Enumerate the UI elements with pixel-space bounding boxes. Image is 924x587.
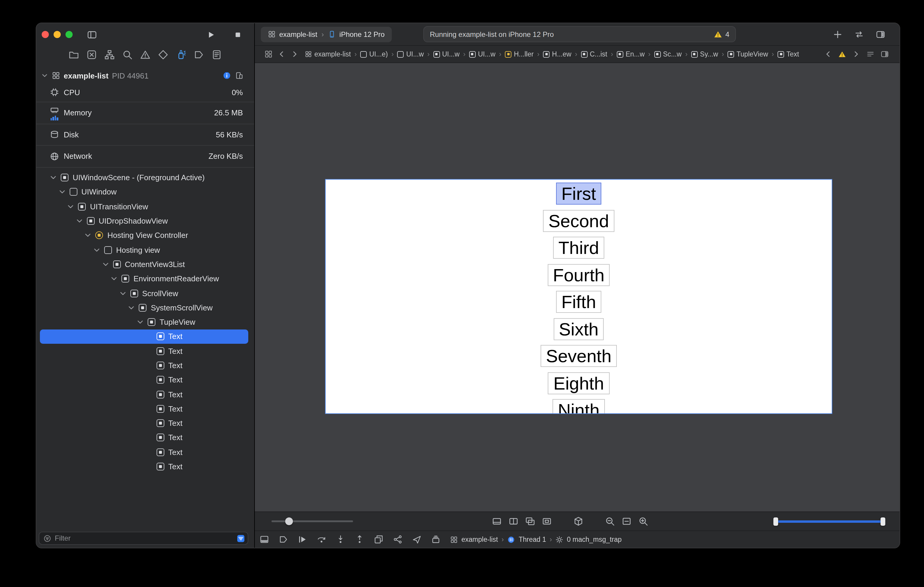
disclosure-chevron-icon[interactable]: [128, 304, 135, 312]
breadcrumb-h-ller[interactable]: H...ller: [505, 51, 533, 58]
project-navigator-icon[interactable]: [68, 49, 79, 60]
stop-button[interactable]: [233, 30, 242, 39]
disclosure-chevron-icon[interactable]: [110, 275, 118, 283]
zoom-to-fit-icon[interactable]: [622, 516, 632, 526]
breakpoints-toggle-icon[interactable]: [279, 534, 288, 544]
depth-range-left-handle[interactable]: [773, 517, 778, 525]
app-window-snapshot[interactable]: FirstSecondThirdFourthFifthSixthSeventhE…: [325, 179, 832, 414]
tree-row-hosting-view[interactable]: Hosting view: [36, 243, 254, 257]
tree-row-text[interactable]: Text: [36, 373, 254, 387]
breadcrumb-h-ew[interactable]: H...ew: [543, 51, 571, 58]
show-clipped-content-icon[interactable]: [492, 516, 502, 526]
test-navigator-icon[interactable]: [158, 49, 168, 60]
breadcrumb-text[interactable]: Text: [777, 51, 799, 58]
minimize-window-button[interactable]: [54, 31, 61, 38]
tree-row-hosting-view-controller[interactable]: Hosting View Controller: [36, 228, 254, 243]
show-alignment-rects-icon[interactable]: [525, 516, 535, 526]
tree-row-text[interactable]: Text: [36, 358, 254, 373]
breadcrumb-ui-w[interactable]: UI...w: [433, 51, 460, 58]
disclosure-chevron-icon[interactable]: [93, 246, 101, 254]
tree-row-text[interactable]: Text: [36, 387, 254, 402]
next-issue-icon[interactable]: [852, 50, 860, 58]
tree-row-uiwindowscene-foreground-active[interactable]: UIWindowScene - (Foreground Active): [36, 170, 254, 185]
info-icon[interactable]: [223, 71, 231, 80]
active-tab[interactable]: example-list › iPhone 12 Pro: [261, 26, 392, 42]
find-navigator-icon[interactable]: [122, 49, 133, 60]
breadcrumb-tupleview[interactable]: TupleView: [728, 51, 768, 58]
tree-row-tupleview[interactable]: TupleView: [36, 315, 254, 329]
disclosure-chevron-icon[interactable]: [76, 217, 83, 225]
zoom-window-button[interactable]: [66, 31, 73, 38]
editor-layout-icon[interactable]: [854, 30, 864, 39]
tree-row-systemscrollview[interactable]: SystemScrollView: [36, 300, 254, 315]
hide-debug-area-icon[interactable]: [259, 534, 269, 544]
list-view-icon[interactable]: [866, 50, 874, 58]
zoom-out-icon[interactable]: [605, 516, 615, 526]
orient-3d-icon[interactable]: [573, 516, 584, 526]
issue-warning-icon[interactable]: [838, 50, 846, 58]
source-control-navigator-icon[interactable]: [86, 49, 97, 60]
tree-row-uidropshadowview[interactable]: UIDropShadowView: [36, 214, 254, 229]
tree-row-contentview3list[interactable]: ContentView3List: [36, 257, 254, 272]
toggle-navigator-icon[interactable]: [87, 30, 97, 39]
stack-frames-icon[interactable]: [431, 534, 441, 544]
spacing-slider[interactable]: [272, 512, 353, 531]
gauge-cpu[interactable]: CPU0%: [36, 83, 254, 102]
debug-thread-label[interactable]: Thread 1: [518, 536, 546, 543]
debug-memory-graph-icon[interactable]: [393, 534, 403, 544]
gauge-network[interactable]: NetworkZero KB/s: [36, 146, 254, 168]
gauge-memory[interactable]: Memory26.5 MB: [36, 102, 254, 124]
back-icon[interactable]: [277, 50, 286, 58]
debug-view-hierarchy-icon[interactable]: [374, 534, 383, 544]
breadcrumb-c-ist[interactable]: C...ist: [581, 51, 607, 58]
spacing-slider-track[interactable]: [272, 520, 353, 522]
zoom-in-icon[interactable]: [638, 516, 648, 526]
app-list-item-fifth[interactable]: Fifth: [556, 291, 602, 313]
continue-execution-icon[interactable]: [298, 534, 307, 544]
disclosure-chevron-icon[interactable]: [136, 318, 144, 326]
show-view-frames-icon[interactable]: [508, 516, 518, 526]
related-items-icon[interactable]: [264, 50, 273, 58]
show-constraints-icon[interactable]: [542, 516, 552, 526]
disclosure-chevron-icon[interactable]: [58, 188, 66, 196]
previous-issue-icon[interactable]: [824, 50, 832, 58]
chevron-down-icon[interactable]: [41, 72, 48, 79]
app-list-item-ninth[interactable]: Ninth: [553, 399, 605, 414]
close-window-button[interactable]: [42, 31, 49, 38]
tree-row-environmentreaderview[interactable]: EnvironmentReaderView: [36, 271, 254, 286]
tree-row-scrollview[interactable]: ScrollView: [36, 286, 254, 301]
issue-navigator-icon[interactable]: [140, 49, 151, 60]
filter-input[interactable]: Filter: [39, 532, 248, 545]
step-into-icon[interactable]: [336, 534, 345, 544]
step-out-icon[interactable]: [355, 534, 365, 544]
tree-row-text[interactable]: Text: [36, 431, 254, 445]
disclosure-chevron-icon[interactable]: [84, 232, 92, 239]
breadcrumb-ui-w[interactable]: UI...w: [398, 51, 424, 58]
inspectors-toggle-icon[interactable]: [876, 30, 885, 39]
debug-canvas[interactable]: FirstSecondThirdFourthFifthSixthSeventhE…: [255, 63, 899, 512]
breakpoint-navigator-icon[interactable]: [193, 49, 204, 60]
disclosure-chevron-icon[interactable]: [119, 289, 127, 297]
warning-icon[interactable]: [714, 30, 723, 38]
tree-row-text[interactable]: Text: [36, 416, 254, 431]
step-over-icon[interactable]: [317, 534, 326, 544]
disclosure-chevron-icon[interactable]: [50, 174, 57, 181]
tree-row-uiwindow[interactable]: UIWindow: [36, 185, 254, 199]
add-editor-plus-icon[interactable]: [833, 30, 842, 39]
debug-process-label[interactable]: example-list: [461, 536, 498, 543]
app-list-item-first[interactable]: First: [556, 183, 602, 205]
warning-count[interactable]: 4: [726, 30, 729, 38]
process-row[interactable]: example-list PID 44961: [36, 68, 254, 83]
debug-navigator-icon[interactable]: [176, 49, 186, 60]
breadcrumb-sc-w[interactable]: Sc...w: [654, 51, 682, 58]
simulate-location-icon[interactable]: [412, 534, 421, 544]
depth-range-right-handle[interactable]: [881, 517, 885, 525]
depth-range-track[interactable]: [773, 520, 885, 523]
breadcrumb-ui-e[interactable]: UI...e): [360, 51, 388, 58]
tree-row-text[interactable]: Text: [40, 329, 248, 344]
spacing-slider-knob[interactable]: [285, 518, 293, 525]
app-list-item-second[interactable]: Second: [543, 210, 614, 232]
app-list-item-third[interactable]: Third: [553, 237, 605, 259]
forward-icon[interactable]: [290, 50, 299, 58]
filter-options-icon[interactable]: [236, 534, 245, 543]
